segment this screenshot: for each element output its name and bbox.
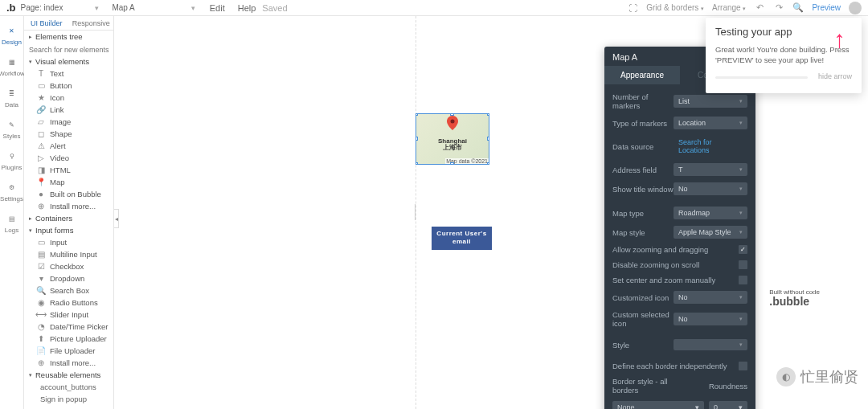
input-roundness[interactable]: 0▾ [709,401,747,409]
resize-handle[interactable] [487,113,489,116]
chk-allow-zoom[interactable] [739,245,747,254]
resize-handle[interactable] [450,113,454,116]
elem-button[interactable]: ▭Button [24,80,113,92]
collapse-handle[interactable]: ◂ [114,209,119,228]
reusable-signin-popup[interactable]: Sign in popup [24,393,113,405]
grid-borders-toggle[interactable]: Grid & borders ▾ [646,3,704,12]
link-data-source[interactable]: Search for Locations [674,136,747,157]
section-elements-tree[interactable]: ▸Elements tree [24,31,113,43]
elem-install-more-2[interactable]: ⊕Install more... [24,357,113,369]
bubble-logo[interactable]: .b [6,2,16,14]
undo-icon[interactable]: ↶ [754,2,765,14]
elem-checkbox[interactable]: ☑Checkbox [24,260,113,272]
elem-alert[interactable]: ⚠Alert [24,140,113,152]
tab-logs[interactable]: ▤Logs [0,207,23,239]
tab-data[interactable]: ≣Data [0,82,23,113]
section-containers[interactable]: ▸Containers [24,212,113,224]
text-icon: T [37,70,45,78]
elem-map[interactable]: 📍Map [24,176,113,188]
tab-responsive[interactable]: Responsive [69,16,114,30]
tab-workflow[interactable]: ▦Workflow [0,51,23,82]
section-reusable[interactable]: ▾Reusable elements [24,369,113,381]
resize-handle[interactable] [416,162,418,165]
page-selector[interactable]: Page: index ▾ [21,3,100,12]
canvas[interactable]: ◂ Shanghai上海市 Map data ©2021 Current Use… [114,16,868,409]
elem-install-more[interactable]: ⊕Install more... [24,200,113,212]
elem-picture-upload[interactable]: ⬆Picture Uploader [24,333,113,345]
section-visual[interactable]: ▾Visual elements [24,55,113,67]
preview-button[interactable]: Preview [812,3,841,12]
sel-show-title[interactable]: No▾ [674,182,747,195]
resize-handle[interactable] [416,113,418,116]
sel-style[interactable]: ▾ [674,339,747,350]
elem-datetime[interactable]: ◔Date/Time Picker [24,321,113,333]
chk-disable-scroll[interactable] [739,260,747,269]
tab-appearance[interactable]: Appearance [604,66,680,84]
elem-searchbox[interactable]: 🔍Search Box [24,284,113,297]
property-panel[interactable]: Map A Appearance Conditional Number of m… [604,47,755,409]
elem-icon[interactable]: ★Icon [24,92,113,104]
edit-menu[interactable]: Edit [210,3,225,13]
elem-input[interactable]: ▭Input [24,236,113,248]
elem-built-on-bubble[interactable]: ●Built on Bubble [24,188,113,200]
crosshair-icon: ✕ [6,24,18,37]
shape-icon: ◻ [37,130,45,138]
lbl-show-title: Show title window [612,185,674,194]
elem-text[interactable]: TText [24,67,113,80]
search-icon[interactable]: 🔍 [792,2,804,14]
chk-set-center[interactable] [739,276,747,284]
lbl-num-markers: Number of markers [612,92,674,110]
resize-handle[interactable] [487,137,489,141]
redo-icon[interactable]: ↷ [773,2,784,14]
tab-ui-builder[interactable]: UI Builder [24,16,69,30]
alert-icon: ⚠ [37,142,45,150]
map-element[interactable]: Shanghai上海市 Map data ©2021 [416,113,489,165]
tab-settings[interactable]: ⚙Settings [0,176,23,207]
chk-define-border[interactable] [739,362,747,370]
help-menu[interactable]: Help [238,3,256,13]
elem-file-upload[interactable]: 📄File Uploader [24,345,113,357]
sel-map-type[interactable]: Roadmap▾ [674,207,747,219]
lbl-map-style: Map style [612,228,674,237]
gift-icon[interactable]: ⛶ [627,2,638,14]
lbl-data-source: Data source [612,142,674,151]
sel-type-markers[interactable]: Location▾ [674,117,747,129]
lbl-custom-sel-icon: Custom selected icon [612,310,674,328]
lbl-style: Style [612,341,674,350]
elem-radio[interactable]: ◉Radio Buttons [24,297,113,309]
sel-border-style[interactable]: None▾ [612,401,704,409]
lbl-define-border: Define each border independently [612,362,739,370]
saved-status: Saved [262,3,287,13]
tab-design[interactable]: ✕Design [0,19,23,51]
lbl-disable-scroll: Disable zooming on scroll [612,260,739,269]
element-selector[interactable]: Map A ▾ [112,3,194,12]
brush-icon: ✎ [6,118,18,131]
section-input-forms[interactable]: ▾Input forms [24,224,113,236]
sel-custom-sel-icon[interactable]: No▾ [674,313,747,325]
sel-map-style[interactable]: Apple Map Style▾ [674,226,747,239]
sel-custom-icon[interactable]: No▾ [674,291,747,304]
elem-video[interactable]: ▷Video [24,152,113,164]
arrange-menu[interactable]: Arrange ▾ [712,3,746,12]
resize-handle[interactable] [487,162,489,165]
elem-slider[interactable]: ⟷Slider Input [24,309,113,321]
email-element[interactable]: Current User's email [432,227,492,250]
workflow-icon: ▦ [6,55,18,68]
elem-image[interactable]: ▱Image [24,116,113,128]
map-pin-icon [447,116,458,132]
resize-handle[interactable] [416,137,418,141]
hide-arrow-link[interactable]: hide arrow [818,72,852,80]
resize-handle[interactable] [450,162,454,165]
elem-multiline[interactable]: ▤Multiline Input [24,248,113,260]
tab-styles[interactable]: ✎Styles [0,113,23,145]
sel-num-markers[interactable]: List▾ [674,95,747,108]
elem-shape[interactable]: ◻Shape [24,128,113,140]
sel-addr-field[interactable]: T▾ [674,163,747,176]
tab-plugins[interactable]: ⚲Plugins [0,145,23,176]
reusable-account-buttons[interactable]: account_buttons [24,381,113,393]
search-input[interactable] [29,46,108,54]
elem-link[interactable]: 🔗Link [24,104,113,116]
elem-dropdown[interactable]: ▾Dropdown [24,272,113,284]
elem-html[interactable]: ◨HTML [24,164,113,176]
avatar[interactable] [849,2,862,14]
